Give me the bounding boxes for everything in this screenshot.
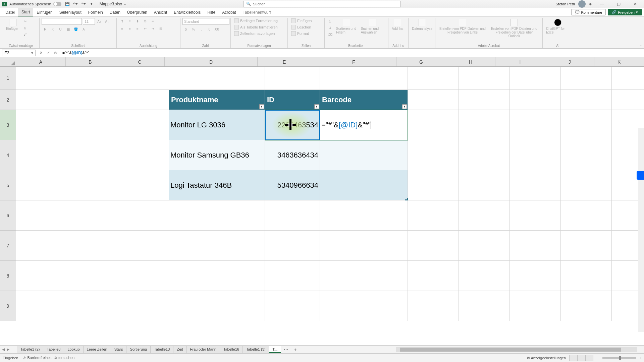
column-header-H[interactable]: H <box>446 57 496 66</box>
column-header-K[interactable]: K <box>594 57 644 66</box>
cell-C8[interactable] <box>118 261 169 291</box>
addins-button[interactable]: Add-Ins <box>390 18 405 31</box>
font-combo[interactable] <box>42 18 82 25</box>
cell-A7[interactable] <box>16 231 67 261</box>
table-cell-barcode-2[interactable] <box>320 170 408 200</box>
close-button[interactable]: ✕ <box>629 0 642 8</box>
cell-G6[interactable] <box>408 200 459 231</box>
increase-decimal-icon[interactable]: .0 <box>206 26 212 32</box>
filter-icon[interactable]: ▼ <box>314 104 319 109</box>
qat-customize-icon[interactable]: ▾ <box>88 1 95 7</box>
cell-B5[interactable] <box>67 170 118 200</box>
cell-G7[interactable] <box>408 231 459 261</box>
save-icon[interactable]: 💾 <box>64 1 71 7</box>
view-buttons[interactable] <box>569 355 593 361</box>
minimize-button[interactable]: — <box>595 0 608 8</box>
sheet-tab[interactable]: Tabelle8 <box>43 346 64 353</box>
cell-D7[interactable] <box>169 231 265 261</box>
fill-color-button[interactable]: 🪣 <box>72 26 79 32</box>
cell-E6[interactable] <box>265 200 320 231</box>
cell-J6[interactable] <box>561 200 612 231</box>
font-color-button[interactable]: A̲ <box>80 26 87 32</box>
table-cell-name-0[interactable]: Monitor LG 3036 <box>169 110 265 140</box>
vertical-scrollbar[interactable] <box>638 128 644 332</box>
column-header-C[interactable]: C <box>115 57 165 66</box>
sheet-tab[interactable]: Zeit <box>173 346 186 353</box>
column-header-F[interactable]: F <box>311 57 396 66</box>
cell-J3[interactable] <box>561 110 612 140</box>
cell-C4[interactable] <box>118 140 169 170</box>
align-middle-icon[interactable]: ≡ <box>126 18 133 24</box>
cell-J2[interactable] <box>561 90 612 110</box>
align-center-icon[interactable]: ≡ <box>126 25 133 32</box>
orientation-icon[interactable]: ⟳ <box>142 18 149 24</box>
user-name[interactable]: Stefan Petri <box>556 2 575 6</box>
align-bottom-icon[interactable]: ⬇ <box>134 18 141 24</box>
cell-I7[interactable] <box>510 231 561 261</box>
restore-button[interactable]: ▢ <box>612 0 625 8</box>
editing-cell-f3[interactable]: ="*"&[@ID]&"*" <box>320 110 408 140</box>
cell-D9[interactable] <box>169 291 265 321</box>
fx-icon[interactable]: fx <box>52 50 59 56</box>
cell-C5[interactable] <box>118 170 169 200</box>
cell-F9[interactable] <box>320 291 408 321</box>
sheet-next-icon[interactable]: ▶ <box>7 347 9 352</box>
cell-I3[interactable] <box>510 110 561 140</box>
align-right-icon[interactable]: ≡ <box>134 25 141 32</box>
table-cell-id-0[interactable]: 2234463534 <box>265 110 320 140</box>
filename[interactable]: Mappe3.xlsx <box>100 2 122 6</box>
cell-A6[interactable] <box>16 200 67 231</box>
cell-B4[interactable] <box>67 140 118 170</box>
row-header-1[interactable]: 1 <box>0 67 16 90</box>
filter-icon[interactable]: ▼ <box>402 104 407 109</box>
zoom-out-icon[interactable]: − <box>597 356 599 360</box>
cell-H6[interactable] <box>459 200 510 231</box>
tab-insert[interactable]: Einfügen <box>33 8 56 16</box>
cell-E8[interactable] <box>265 261 320 291</box>
search-input[interactable] <box>253 2 398 6</box>
horizontal-scrollbar[interactable] <box>396 347 637 352</box>
tab-view[interactable]: Ansicht <box>151 8 170 16</box>
comma-icon[interactable]: , <box>198 26 205 32</box>
cell-A9[interactable] <box>16 291 67 321</box>
cell-D6[interactable] <box>169 200 265 231</box>
conditional-formatting-button[interactable]: Bedingte Formatierung <box>233 18 279 23</box>
cell-H3[interactable] <box>459 110 510 140</box>
cell-D8[interactable] <box>169 261 265 291</box>
sheet-tab[interactable]: Tabelle13 <box>151 346 173 353</box>
table-header-d[interactable]: Produktname▼ <box>169 90 265 110</box>
cell-B3[interactable] <box>67 110 118 140</box>
increase-indent-icon[interactable]: ⇥ <box>150 25 156 32</box>
cell-G3[interactable] <box>408 110 459 140</box>
sheet-more-icon[interactable]: ⋯ <box>281 347 291 352</box>
cell-F6[interactable] <box>320 200 408 231</box>
cell-I4[interactable] <box>510 140 561 170</box>
cell-A8[interactable] <box>16 261 67 291</box>
diamond-icon[interactable]: ◈ <box>589 2 592 6</box>
cell-J4[interactable] <box>561 140 612 170</box>
search-box[interactable]: 🔍 <box>243 1 401 7</box>
cell-H2[interactable] <box>459 90 510 110</box>
table-header-f[interactable]: Barcode▼ <box>320 90 408 110</box>
row-header-5[interactable]: 5 <box>0 170 16 200</box>
cell-J9[interactable] <box>561 291 612 321</box>
status-accessibility[interactable]: ⚠ Barrierefreiheit: Untersuchen <box>23 356 75 360</box>
data-analysis-button[interactable]: Datenanalyse <box>411 18 434 31</box>
font-size-combo[interactable] <box>83 18 95 25</box>
insert-cells-button[interactable]: Einfügen <box>290 18 313 23</box>
cell-F8[interactable] <box>320 261 408 291</box>
cell-C6[interactable] <box>118 200 169 231</box>
cell-E1[interactable] <box>265 67 320 90</box>
cell-F7[interactable] <box>320 231 408 261</box>
select-all-button[interactable] <box>0 57 16 67</box>
column-header-A[interactable]: A <box>16 57 66 66</box>
delete-cells-button[interactable]: Löschen <box>290 24 313 30</box>
add-sheet-button[interactable]: + <box>291 347 299 352</box>
cell-E7[interactable] <box>265 231 320 261</box>
share-button[interactable]: 🔗 Freigeben ▾ <box>608 9 642 15</box>
wrap-text-icon[interactable]: ↩ <box>150 18 156 24</box>
cell-C2[interactable] <box>118 90 169 110</box>
column-header-B[interactable]: B <box>66 57 115 66</box>
cell-I9[interactable] <box>510 291 561 321</box>
sheet-tab[interactable]: Sortierung <box>126 346 151 353</box>
